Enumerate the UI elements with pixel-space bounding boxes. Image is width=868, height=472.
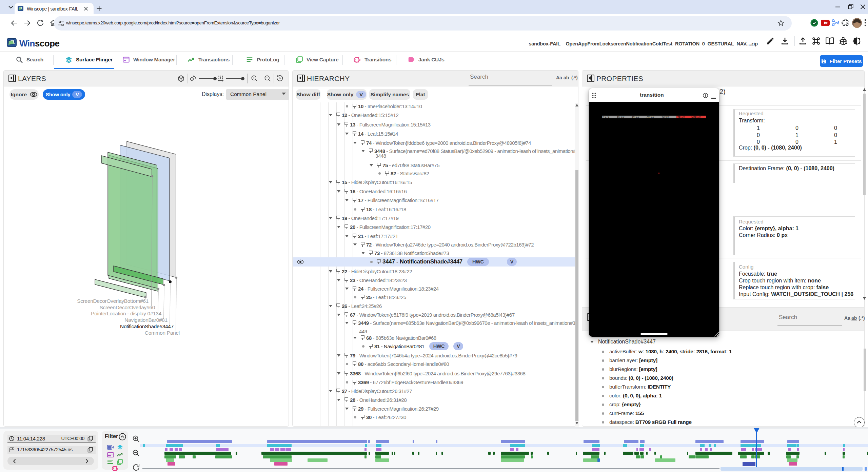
svg-text:ScreenDecorOverlayBottom#61: ScreenDecorOverlayBottom#61 <box>77 298 149 304</box>
svg-text:ScreenDecorOverlay#60: ScreenDecorOverlay#60 <box>100 304 155 310</box>
svg-text:NotificationShade#3447: NotificationShade#3447 <box>120 323 174 329</box>
svg-text:Common Panel: Common Panel <box>145 330 180 336</box>
svg-text:PointerLocation - display 0#13: PointerLocation - display 0#134 <box>91 311 162 316</box>
svg-text:NavigationBar0#81: NavigationBar0#81 <box>124 317 167 323</box>
